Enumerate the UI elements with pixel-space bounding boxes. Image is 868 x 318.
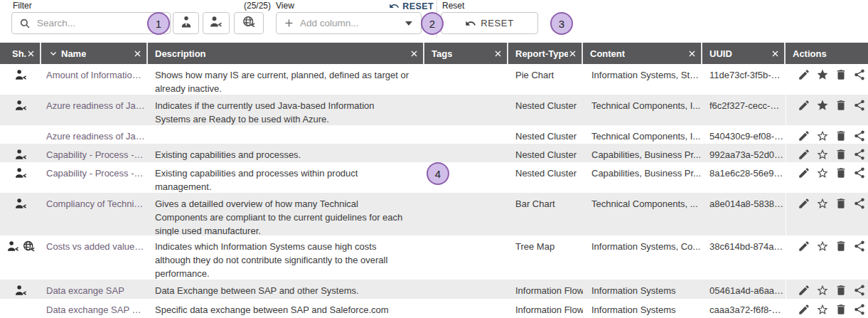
edit-button[interactable] [798,240,810,253]
trash-icon [835,240,847,253]
delete-button[interactable] [835,148,847,161]
sort-ascending-icon [48,48,58,58]
share-button[interactable] [853,197,866,210]
edit-button[interactable] [798,129,810,142]
pencil-icon [798,129,810,142]
column-header-tags[interactable]: Tags [424,43,508,64]
report-name-link[interactable]: Amount of Information Syst... [46,68,145,82]
remove-column-report-type-icon[interactable] [568,49,577,58]
trash-icon [835,303,847,316]
remove-column-uuid-icon[interactable] [771,49,780,58]
share-button[interactable] [853,166,866,179]
report-description: Existing capabilities and processes. [148,144,424,162]
delete-button[interactable] [835,99,847,112]
pencil-icon [798,166,810,179]
pencil-icon [798,240,810,253]
share-button[interactable] [853,303,866,316]
edit-button[interactable] [798,99,810,112]
remove-column-tags-icon[interactable] [493,49,503,58]
report-uuid: 540430c9-ef08-4... [702,125,786,144]
delete-button[interactable] [835,166,847,179]
report-tags [424,144,508,162]
delete-button[interactable] [835,129,847,142]
column-header-content[interactable]: Content [583,43,702,64]
share-button[interactable] [853,284,866,297]
report-name-link[interactable]: Azure readiness of Java bas... [46,129,145,143]
favorite-button[interactable] [816,197,829,210]
delete-button[interactable] [835,284,847,297]
edit-button[interactable] [798,197,810,210]
column-header-sh[interactable]: Sh... [0,43,41,64]
report-name-link[interactable]: Data exchange SAP Saleforce [46,303,145,317]
report-name-link[interactable]: Capability - Process - Mappi... [46,148,145,161]
share-button[interactable] [853,129,866,142]
report-content: Technical Components, ... [583,193,702,235]
favorite-button[interactable] [816,68,829,81]
person-share-icon [14,68,28,85]
edit-button[interactable] [798,166,810,179]
column-header-label: UUID [709,48,732,59]
column-header-name[interactable]: Name [41,43,148,64]
reset-button[interactable]: RESET [441,12,538,34]
edit-button[interactable] [798,68,810,81]
report-actions-cell [786,64,868,95]
remove-column-content-icon[interactable] [687,49,697,58]
report-tags [424,64,508,95]
report-description: Indicates which Information Systems caus… [148,235,424,280]
annotation-marker-2: 2 [421,12,444,35]
report-shared-cell [0,193,41,235]
report-name-link[interactable]: Compliancy of Technical Co... [46,197,145,211]
edit-button[interactable] [798,148,810,161]
favorite-button[interactable] [816,148,829,161]
delete-button[interactable] [835,197,847,210]
report-tags [424,193,508,235]
report-content: Capabilities, Business Pr... [583,144,702,162]
share-icon [853,129,866,142]
edit-button[interactable] [798,284,810,297]
remove-column-description-icon[interactable] [409,49,419,58]
person-icon [179,15,193,31]
favorite-button[interactable] [816,166,829,179]
view-reset-link[interactable]: RESET [389,1,434,11]
report-content: Technical Components, I... [583,95,702,125]
favorite-button[interactable] [816,129,829,142]
remove-column-sh-icon[interactable] [26,49,36,58]
table-row: Costs vs added value of Info...Indicates… [0,235,868,280]
favorite-button[interactable] [816,240,829,253]
report-name-link[interactable]: Data excange SAP [46,284,145,297]
share-button[interactable] [853,99,866,112]
delete-button[interactable] [835,68,847,81]
report-uuid: 11de73cf-3f5b-4d... [702,64,786,95]
add-column-dropdown[interactable]: Add column... [276,12,422,34]
report-actions-cell [786,125,868,144]
edit-button[interactable] [798,303,810,316]
column-header-label: Report-Type [515,48,568,59]
column-header-report-type[interactable]: Report-Type [508,43,583,64]
favorite-button[interactable] [816,303,829,316]
report-name-link[interactable]: Capability - Process - Mappi... [46,166,145,180]
delete-button[interactable] [835,303,847,316]
share-button[interactable] [853,68,866,81]
favorite-button[interactable] [816,99,829,112]
report-name-link[interactable]: Azure readiness of Java bas... [46,99,145,112]
column-header-actions[interactable]: Actions [786,43,868,64]
share-button[interactable] [853,240,866,253]
annotation-marker-4: 4 [427,162,449,185]
trash-icon [835,129,847,142]
remove-column-name-icon[interactable] [133,49,142,58]
share-button[interactable] [853,148,866,161]
column-header-uuid[interactable]: UUID [702,43,786,64]
view-section-label: View [276,1,294,11]
pencil-icon [798,99,810,112]
globe-share-filter-button[interactable] [234,12,264,34]
column-header-description[interactable]: Description [148,43,424,64]
star-outline-icon [816,197,829,210]
report-name-link[interactable]: Costs vs added value of Info... [46,240,145,253]
favorite-button[interactable] [816,284,829,297]
table-header: Sh...NameDescriptionTagsReport-TypeConte… [0,43,868,64]
report-tags [424,299,508,318]
trash-icon [835,99,847,112]
person-filter-button[interactable] [173,12,199,34]
person-share-filter-button[interactable] [203,12,230,34]
delete-button[interactable] [835,240,847,253]
